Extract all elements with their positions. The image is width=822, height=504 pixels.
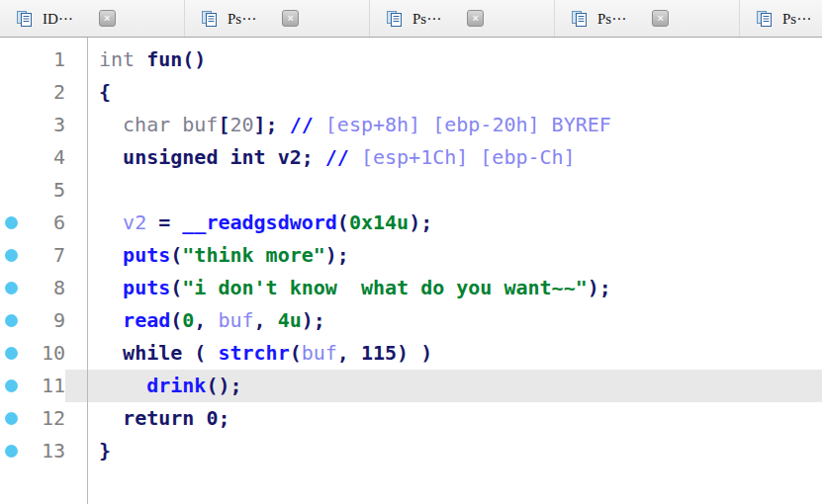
breakpoint-dot-icon[interactable] [5, 445, 18, 458]
document-icon [201, 10, 219, 28]
code-line[interactable]: 7 puts("think more"); [0, 239, 822, 272]
code-text[interactable] [65, 174, 822, 207]
code-line[interactable]: 9 read(0, buf, 4u); [0, 304, 822, 337]
breakpoint-dot-icon[interactable] [5, 347, 18, 360]
code-text[interactable]: puts("think more"); [65, 239, 822, 272]
code-token: ); [302, 308, 325, 332]
code-text[interactable]: unsigned int v2; // [esp+1Ch] [ebp-Ch] [65, 141, 822, 174]
code-token [99, 210, 123, 234]
code-text[interactable]: char buf[20]; // [esp+8h] [ebp-20h] BYRE… [65, 109, 822, 141]
code-token: 0 [182, 308, 194, 332]
line-number: 5 [22, 174, 65, 207]
tab-pseudocode[interactable]: Ps⋯× [555, 0, 740, 37]
code-token: drink [146, 374, 206, 397]
code-text[interactable]: } [65, 435, 822, 467]
code-token: ( [182, 341, 218, 365]
code-text[interactable]: read(0, buf, 4u); [65, 304, 822, 337]
code-token: read [123, 308, 170, 332]
code-token: , [194, 308, 218, 332]
code-text[interactable]: while ( strchr(buf, 115) ) [65, 337, 822, 370]
code-line[interactable]: 8 puts("i don't know what do you want~~"… [0, 272, 822, 304]
breakpoint-icon[interactable] [0, 347, 22, 360]
code-token: while [123, 341, 182, 365]
document-icon [16, 10, 34, 28]
code-token: () [182, 47, 206, 71]
code-token: ) ) [397, 341, 432, 365]
tab-label: Ps⋯ [412, 10, 441, 28]
code-text[interactable]: puts("i don't know what do you want~~"); [65, 272, 822, 304]
code-token: ( [290, 341, 302, 365]
code-line[interactable]: 2{ [0, 76, 822, 109]
breakpoint-dot-icon[interactable] [5, 314, 18, 327]
code-line[interactable]: 1int fun() [0, 43, 822, 76]
code-line[interactable]: 4 unsigned int v2; // [esp+1Ch] [ebp-Ch] [0, 141, 822, 174]
code-line[interactable]: 6 v2 = __readgsdword(0x14u); [0, 207, 822, 239]
breakpoint-dot-icon[interactable] [5, 282, 18, 294]
line-number: 9 [22, 304, 65, 337]
document-icon [386, 10, 404, 28]
code-token [99, 243, 123, 267]
tab-close-icon[interactable]: × [652, 10, 669, 27]
line-number: 11 [22, 370, 65, 402]
code-token: char buf [99, 113, 218, 136]
code-token: (); [206, 374, 241, 397]
breakpoint-icon[interactable] [0, 314, 22, 327]
code-text[interactable]: return 0; [65, 402, 822, 435]
code-line[interactable]: 3 char buf[20]; // [esp+8h] [ebp-20h] BY… [0, 109, 822, 141]
breakpoint-dot-icon[interactable] [5, 412, 18, 425]
breakpoint-icon[interactable] [0, 249, 22, 262]
code-line[interactable]: 13} [0, 435, 822, 467]
tab-close-icon[interactable]: × [282, 10, 299, 27]
breakpoint-icon[interactable] [0, 379, 22, 392]
code-token [99, 276, 123, 299]
tab-pseudocode[interactable]: Ps⋯× [370, 0, 555, 37]
breakpoint-icon[interactable] [0, 412, 22, 425]
code-token: "i don't know what do you want~~" [182, 276, 587, 299]
code-token: puts [123, 243, 170, 267]
code-token: = [146, 210, 182, 234]
line-number: 12 [22, 402, 65, 435]
line-number: 13 [22, 435, 65, 467]
code-line[interactable]: 10 while ( strchr(buf, 115) ) [0, 337, 822, 370]
document-icon [756, 10, 774, 28]
breakpoint-icon[interactable] [0, 216, 22, 229]
code-token: ); [325, 243, 349, 267]
tab-close-icon[interactable]: × [467, 10, 484, 27]
code-token: ( [337, 210, 349, 234]
breakpoint-icon[interactable] [0, 282, 22, 294]
code-text[interactable]: v2 = __readgsdword(0x14u); [65, 207, 822, 239]
pseudocode-editor[interactable]: 1int fun()2{3 char buf[20]; // [esp+8h] … [0, 38, 822, 504]
code-text[interactable]: drink(); [65, 370, 822, 402]
breakpoint-dot-icon[interactable] [5, 379, 18, 392]
line-number: 7 [22, 239, 65, 272]
tab-ida-view[interactable]: ID⋯× [0, 0, 185, 37]
code-area[interactable]: 1int fun()2{3 char buf[20]; // [esp+8h] … [0, 43, 822, 467]
gutter-separator [87, 38, 88, 504]
code-token: puts [123, 276, 170, 299]
tab-pseudocode[interactable]: Ps⋯× [185, 0, 370, 37]
code-token: v2 [123, 210, 146, 234]
code-token: [esp+8h] [ebp-20h] BYREF [325, 113, 611, 136]
code-text[interactable]: { [65, 76, 822, 109]
tab-label: Ps⋯ [782, 10, 811, 28]
document-icon [571, 10, 589, 28]
breakpoint-icon[interactable] [0, 445, 22, 458]
code-token [99, 308, 123, 332]
code-token: fun [146, 47, 182, 71]
breakpoint-dot-icon[interactable] [5, 249, 18, 262]
tab-close-icon[interactable]: × [99, 10, 116, 27]
code-text[interactable]: int fun() [65, 43, 822, 76]
code-token [99, 145, 123, 169]
code-line[interactable]: 12 return 0; [0, 402, 822, 435]
tab-pseudocode[interactable]: Ps⋯× [740, 0, 822, 37]
code-token: // [325, 145, 361, 169]
code-token: // [290, 113, 325, 136]
code-line[interactable]: 5 [0, 174, 822, 207]
code-line[interactable]: 11 drink(); [0, 370, 822, 402]
code-token: ( [170, 276, 182, 299]
tab-bar: ID⋯×Ps⋯×Ps⋯×Ps⋯×Ps⋯× [0, 0, 822, 38]
line-number: 10 [22, 337, 65, 370]
breakpoint-dot-icon[interactable] [5, 216, 18, 229]
line-number: 4 [22, 141, 65, 174]
tab-label: ID⋯ [43, 10, 73, 28]
